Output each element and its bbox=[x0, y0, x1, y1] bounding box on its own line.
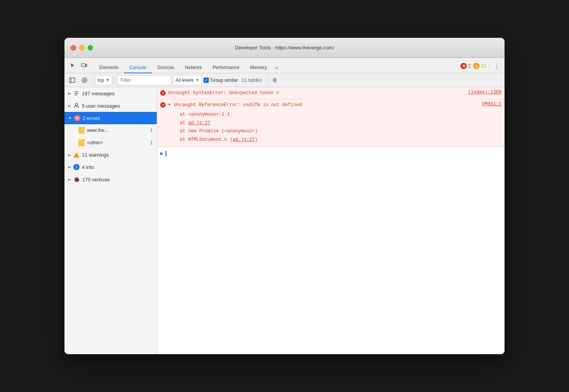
arrow-right-icon: ▶ bbox=[68, 177, 71, 181]
close-button[interactable] bbox=[71, 45, 76, 51]
title-bar: Developer Tools - https://www.theverge.c… bbox=[64, 38, 505, 58]
sidebar-sub-item-other[interactable]: <other> 1 bbox=[64, 137, 157, 149]
devtools-window: Developer Tools - https://www.theverge.c… bbox=[64, 38, 505, 354]
console-error-text-2: Uncaught ReferenceError: osdlfm is not d… bbox=[174, 101, 479, 108]
svg-rect-2 bbox=[69, 78, 75, 83]
file-icon bbox=[78, 127, 85, 134]
tab-menu-button[interactable]: ⋮ bbox=[492, 61, 501, 71]
stack-line-1: at <anonymous>:1:1 bbox=[169, 111, 501, 119]
cursor-icon[interactable] bbox=[68, 61, 78, 71]
error-icon-1: ✕ bbox=[160, 90, 166, 96]
sidebar-toggle-button[interactable] bbox=[67, 75, 78, 86]
stack-line-2: at ad.js:27 bbox=[169, 119, 501, 128]
clear-console-button[interactable] bbox=[79, 75, 90, 86]
error-icon: ✕ bbox=[74, 115, 80, 121]
tab-memory[interactable]: Memory bbox=[245, 63, 272, 73]
filter-input[interactable] bbox=[117, 75, 171, 85]
source-value: top bbox=[98, 78, 104, 83]
maximize-button[interactable] bbox=[88, 45, 93, 51]
sidebar-item-warnings[interactable]: ▶ 11 warnings bbox=[64, 149, 157, 161]
expand-triangle-icon[interactable]: ▶ bbox=[168, 102, 171, 106]
console-cursor bbox=[166, 151, 166, 156]
tab-elements[interactable]: Elements bbox=[94, 63, 124, 73]
tab-console[interactable]: Console bbox=[124, 63, 152, 73]
sidebar: ▶ 187 messages ▶ 5 user messages ▼ bbox=[64, 87, 157, 354]
console-error-row-1: ✕ Uncaught SyntaxError: Unexpected token… bbox=[157, 87, 505, 99]
sub-item-other-label: <other> bbox=[87, 140, 148, 145]
sub-item-www-count: 1 bbox=[150, 128, 153, 133]
group-similar-section: ✓ Group similar bbox=[203, 78, 238, 83]
arrow-right-icon: ▶ bbox=[68, 153, 71, 157]
svg-rect-0 bbox=[81, 64, 85, 67]
svg-point-10 bbox=[75, 103, 78, 106]
level-select[interactable]: All levels ▼ bbox=[173, 75, 202, 85]
tab-overflow-button[interactable]: » bbox=[272, 63, 281, 73]
level-chevron-icon: ▼ bbox=[195, 78, 199, 82]
info-label: 4 info bbox=[82, 164, 153, 170]
sidebar-item-info[interactable]: ▶ i 4 info bbox=[64, 161, 157, 173]
tab-sources[interactable]: Sources bbox=[152, 63, 180, 73]
toolbar-divider-3 bbox=[267, 76, 267, 84]
source-select[interactable]: top ▼ bbox=[95, 75, 112, 85]
console-error-link-2[interactable]: VM861:1 bbox=[482, 101, 501, 107]
arrow-down-icon: ▼ bbox=[68, 116, 72, 120]
file-icon-other bbox=[78, 139, 85, 146]
sidebar-item-all-messages[interactable]: ▶ 187 messages bbox=[64, 87, 157, 100]
traffic-lights bbox=[71, 45, 93, 51]
errors-label: 2 errors bbox=[83, 115, 153, 121]
sub-item-other-count: 1 bbox=[150, 140, 153, 145]
console-error-row-2: ✕ ▶ Uncaught ReferenceError: osdlfm is n… bbox=[157, 99, 505, 147]
user-icon bbox=[73, 103, 80, 109]
main-content: ▶ 187 messages ▶ 5 user messages ▼ bbox=[64, 87, 505, 354]
console-prompt-icon: ▶ bbox=[160, 150, 163, 157]
window-title: Developer Tools - https://www.theverge.c… bbox=[235, 45, 334, 51]
user-messages-label: 5 user messages bbox=[82, 103, 153, 109]
console-error-text-1: Uncaught SyntaxError: Unexpected token < bbox=[168, 90, 466, 96]
sidebar-item-user-messages[interactable]: ▶ 5 user messages bbox=[64, 100, 157, 112]
sub-item-www-label: www.the... bbox=[87, 128, 148, 133]
arrow-right-icon: ▶ bbox=[68, 91, 71, 95]
error-count: 2 bbox=[468, 63, 471, 69]
stack-line-3: at new Promise (<anonymous>) bbox=[169, 127, 501, 136]
console-prompt-row[interactable]: ▶ bbox=[157, 147, 505, 160]
warning-badge-icon: ⚠ bbox=[473, 63, 479, 69]
sidebar-sub-item-www[interactable]: www.the... 1 bbox=[64, 124, 157, 137]
hidden-count: 11 hidden bbox=[239, 78, 264, 83]
console-output: ✕ Uncaught SyntaxError: Unexpected token… bbox=[157, 87, 505, 354]
warning-count: 11 bbox=[481, 63, 486, 69]
bug-icon: 🐞 bbox=[73, 176, 80, 182]
error-badge[interactable]: ✕ 2 bbox=[461, 63, 471, 69]
sidebar-item-verbose[interactable]: ▶ 🐞 170 verbose bbox=[64, 173, 157, 186]
stack-link-adjs-1[interactable]: ad.js:27 bbox=[188, 120, 210, 126]
sidebar-item-errors[interactable]: ▼ ✕ 2 errors bbox=[64, 112, 157, 124]
warning-icon bbox=[73, 152, 80, 158]
tab-separator: | bbox=[488, 63, 490, 69]
list-icon bbox=[73, 90, 80, 96]
tab-icon-group bbox=[68, 61, 89, 73]
minimize-button[interactable] bbox=[79, 45, 85, 51]
console-error-link-1[interactable]: (index):1389 bbox=[468, 90, 501, 95]
devtools-tabs: Elements Console Sources Network Perform… bbox=[64, 58, 505, 73]
arrow-right-icon: ▶ bbox=[68, 104, 71, 108]
toolbar-divider-1 bbox=[92, 76, 93, 84]
info-icon: i bbox=[73, 164, 80, 170]
tab-performance[interactable]: Performance bbox=[207, 63, 245, 73]
verbose-label: 170 verbose bbox=[82, 177, 153, 182]
settings-button[interactable]: ⚙ bbox=[269, 75, 280, 86]
stack-link-adjs-2[interactable]: ad.js:27 bbox=[233, 137, 255, 142]
error-badge-icon: ✕ bbox=[461, 63, 467, 69]
console-error-stack: at <anonymous>:1:1 at ad.js:27 at new Pr… bbox=[160, 111, 501, 144]
warning-badge[interactable]: ⚠ 11 bbox=[473, 63, 486, 69]
level-label: All levels bbox=[176, 78, 194, 83]
group-similar-checkbox[interactable]: ✓ bbox=[203, 78, 209, 83]
device-icon[interactable] bbox=[79, 61, 89, 71]
all-messages-label: 187 messages bbox=[82, 91, 153, 96]
arrow-right-icon: ▶ bbox=[68, 165, 71, 169]
stack-line-4: at HTMLDocument.n (ad.js:27) bbox=[169, 136, 501, 144]
toolbar-divider-2 bbox=[115, 76, 115, 84]
source-chevron-icon: ▼ bbox=[106, 78, 110, 82]
console-toolbar: top ▼ All levels ▼ ✓ Group similar 11 hi… bbox=[64, 73, 505, 87]
warnings-label: 11 warnings bbox=[82, 152, 153, 158]
tab-network[interactable]: Network bbox=[180, 63, 207, 73]
error-icon-2: ✕ bbox=[160, 102, 166, 108]
